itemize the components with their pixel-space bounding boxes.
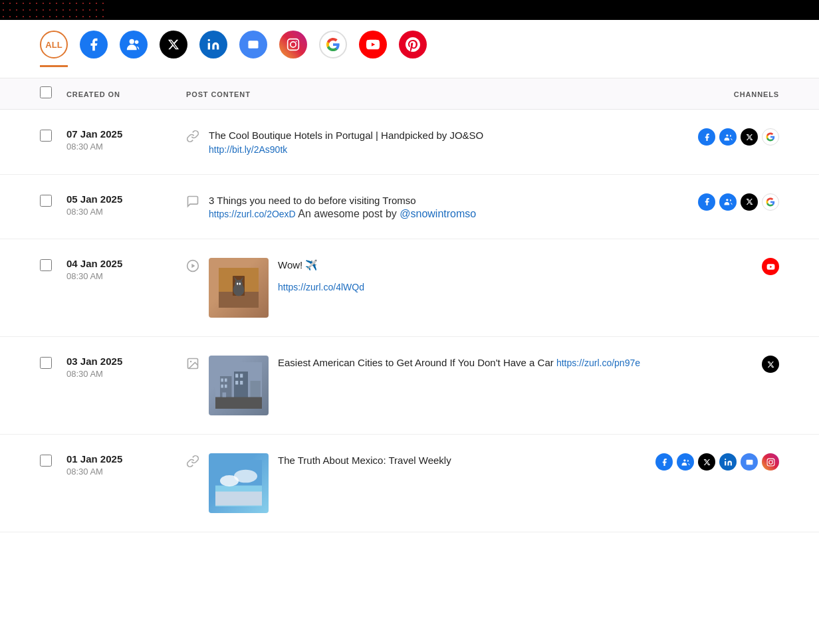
- channel-groups: [719, 193, 737, 211]
- tab-facebook[interactable]: [80, 31, 108, 67]
- date-cell: 05 Jan 2025 08:30 AM: [66, 193, 186, 217]
- created-on-header: CREATED ON: [66, 90, 120, 98]
- post-date: 03 Jan 2025: [66, 356, 186, 367]
- post-title: Easiest American Cities to Get Around If…: [278, 356, 646, 371]
- content-cell: Wow! ✈️ https://zurl.co/4lWQd: [186, 258, 646, 318]
- svg-point-2: [208, 39, 210, 41]
- channel-facebook: [698, 128, 715, 146]
- tab-pinterest[interactable]: [399, 31, 427, 67]
- post-time: 08:30 AM: [66, 142, 186, 152]
- channel-groups: [677, 453, 694, 471]
- row-checkbox[interactable]: [40, 259, 52, 271]
- post-thumbnail: [209, 453, 269, 513]
- tab-linkedin[interactable]: [199, 31, 227, 67]
- svg-point-11: [726, 199, 728, 201]
- post-content-text: Wow! ✈️ https://zurl.co/4lWQd: [278, 258, 646, 293]
- post-time: 08:30 AM: [66, 369, 186, 379]
- tab-twitter[interactable]: [160, 31, 187, 67]
- date-cell: 03 Jan 2025 08:30 AM: [66, 356, 186, 379]
- row-checkbox[interactable]: [40, 130, 52, 142]
- row-checkbox[interactable]: [40, 357, 52, 369]
- post-title: The Truth About Mexico: Travel Weekly: [278, 453, 646, 469]
- linkedin-icon: [199, 31, 227, 58]
- post-content-text: Easiest American Cities to Get Around If…: [278, 356, 646, 371]
- post-content-text: The Cool Boutique Hotels in Portugal | H…: [209, 128, 646, 156]
- svg-rect-28: [221, 379, 223, 382]
- svg-point-8: [296, 41, 297, 43]
- table-row: 04 Jan 2025 08:30 AM Wow! ✈️ http: [0, 239, 819, 337]
- link-icon: [186, 455, 199, 471]
- row-checkbox[interactable]: [40, 455, 52, 467]
- channels-cell: [646, 128, 779, 146]
- post-time: 08:30 AM: [66, 271, 186, 281]
- link-icon: [186, 130, 199, 146]
- date-cell: 07 Jan 2025 08:30 AM: [66, 128, 186, 152]
- svg-point-51: [768, 460, 772, 463]
- post-link[interactable]: https://zurl.co/4lWQd: [278, 282, 364, 292]
- tab-groups[interactable]: [120, 31, 148, 67]
- svg-point-45: [683, 459, 685, 461]
- post-date: 04 Jan 2025: [66, 258, 186, 269]
- svg-rect-38: [215, 397, 262, 409]
- post-content-text: 3 Things you need to do before visiting …: [209, 193, 646, 221]
- svg-point-25: [190, 361, 192, 363]
- table-row: 01 Jan 2025 08:30 AM The Truth About Mex…: [0, 435, 819, 532]
- svg-rect-35: [235, 381, 238, 385]
- channel-groups: [719, 128, 737, 146]
- post-date: 01 Jan 2025: [66, 453, 186, 465]
- channels-cell: [646, 193, 779, 211]
- channel-youtube: [762, 258, 779, 275]
- twitter-icon: [160, 31, 187, 58]
- post-link[interactable]: https://zurl.co/2OexD: [209, 209, 296, 219]
- pinterest-icon: [399, 31, 427, 58]
- post-title: Wow! ✈️: [278, 258, 646, 273]
- post-time: 08:30 AM: [66, 207, 186, 217]
- image-icon: [186, 357, 199, 374]
- svg-rect-29: [225, 379, 227, 382]
- youtube-icon: [359, 31, 387, 58]
- tab-youtube[interactable]: [359, 31, 387, 67]
- svg-rect-36: [240, 381, 243, 385]
- channel-facebook: [655, 453, 673, 471]
- svg-point-22: [239, 282, 241, 285]
- channel-gmb: [741, 453, 758, 471]
- post-link[interactable]: https://zurl.co/pn97e: [556, 358, 640, 368]
- post-time: 08:30 AM: [66, 467, 186, 477]
- svg-rect-30: [221, 385, 223, 388]
- svg-point-0: [130, 39, 134, 44]
- post-mention: @snowintromso: [400, 208, 476, 219]
- post-link[interactable]: http://bit.ly/2As90tk: [209, 144, 287, 155]
- post-thumbnail: [209, 258, 269, 318]
- svg-rect-48: [746, 459, 753, 465]
- channel-twitter: [741, 193, 758, 211]
- row-checkbox[interactable]: [40, 195, 52, 207]
- post-content-text: The Truth About Mexico: Travel Weekly: [278, 453, 646, 469]
- tab-all[interactable]: ALL: [40, 31, 68, 67]
- content-cell: Easiest American Cities to Get Around If…: [186, 356, 646, 415]
- tab-google[interactable]: [319, 31, 347, 67]
- top-bar: [0, 0, 819, 20]
- channel-facebook: [698, 193, 715, 211]
- tab-instagram[interactable]: [279, 31, 307, 67]
- channel-instagram: [762, 453, 779, 471]
- svg-rect-34: [240, 374, 243, 378]
- svg-point-7: [291, 42, 296, 47]
- select-all-checkbox[interactable]: [40, 86, 52, 98]
- instagram-icon: [279, 31, 307, 58]
- svg-rect-31: [225, 385, 227, 388]
- svg-rect-39: [223, 393, 227, 397]
- tab-gmb[interactable]: [239, 31, 267, 67]
- groups-icon: [120, 31, 148, 58]
- channel-tab-bar: ALL: [0, 20, 819, 78]
- channels-cell: [646, 356, 779, 373]
- date-cell: 01 Jan 2025 08:30 AM: [66, 453, 186, 477]
- svg-rect-46: [725, 461, 726, 465]
- channel-twitter: [762, 356, 779, 373]
- channels-header: CHANNELS: [734, 90, 779, 98]
- post-title: The Cool Boutique Hotels in Portugal | H…: [209, 128, 646, 144]
- svg-point-47: [725, 459, 726, 460]
- table-header: CREATED ON POST CONTENT CHANNELS: [0, 78, 819, 110]
- channel-linkedin: [719, 453, 737, 471]
- svg-point-43: [234, 470, 257, 483]
- channels-cell: [646, 453, 779, 471]
